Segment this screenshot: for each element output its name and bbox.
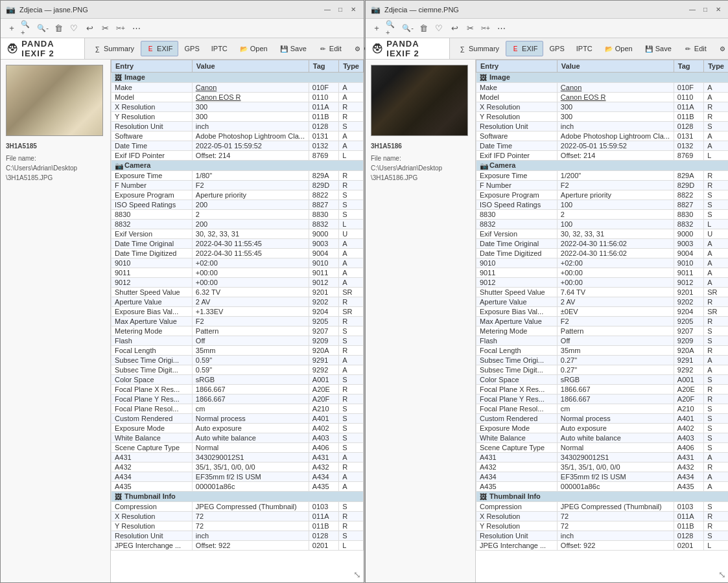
tag-cell: 0110	[674, 93, 703, 102]
tab-summary-light[interactable]: ∑ Summary	[88, 41, 139, 56]
type-cell: R	[339, 346, 364, 356]
type-cell: R	[704, 171, 728, 181]
tag-cell: 011B	[309, 112, 338, 122]
tag-cell: A434	[309, 472, 338, 482]
more-button-light[interactable]: ⋯	[129, 21, 143, 36]
rotate-button-light[interactable]: ↩	[82, 21, 97, 36]
crop-more-button-light[interactable]: ✂+	[113, 21, 128, 36]
table-row: Scene Capture TypeNormalA406S	[476, 443, 729, 453]
tag-cell: 9011	[674, 268, 703, 278]
tab-gps-dark[interactable]: GPS	[545, 41, 570, 56]
crop-button-dark[interactable]: ✂	[463, 21, 477, 36]
crop-more-button-dark[interactable]: ✂+	[478, 21, 493, 36]
table-row: Focal Length35mm920AR	[476, 346, 729, 356]
tag-cell: 8832	[309, 220, 338, 229]
rotate-button-dark[interactable]: ↩	[447, 21, 462, 36]
minimize-button-light[interactable]: —	[322, 5, 333, 15]
value-cell: 000001a86c	[557, 482, 674, 492]
type-cell: R	[339, 521, 364, 531]
table-row: Date Time Digitized2022-04-30 11:55:4590…	[112, 249, 364, 258]
tag-cell: A20E	[309, 385, 338, 394]
tag-cell: 011A	[674, 512, 703, 521]
heart-button-light[interactable]: ♡	[67, 21, 81, 36]
value-cell: Adobe Photoshop Lightroom Cla...	[557, 131, 674, 141]
tab-exif-dark[interactable]: E EXIF	[506, 41, 543, 56]
tab-edit-dark[interactable]: ✏ Edit	[678, 41, 712, 56]
type-cell: R	[339, 394, 364, 404]
value-cell: 2 AV	[192, 297, 309, 307]
table-row: Exposure ProgramAperture priority8822S	[112, 190, 364, 200]
tab-save-dark[interactable]: 💾 Save	[639, 41, 677, 56]
type-cell: S	[704, 200, 728, 210]
value-cell[interactable]: Canon	[192, 83, 309, 93]
section-icon: 🖼	[480, 493, 487, 501]
tab-open-light[interactable]: 📂 Open	[234, 41, 273, 56]
type-cell: S	[339, 443, 364, 453]
add-button-light[interactable]: +	[5, 21, 19, 36]
value-cell[interactable]: Canon	[557, 83, 674, 93]
value-cell: Off	[192, 336, 309, 346]
tag-cell: 011B	[674, 521, 703, 531]
tag-cell: 9010	[674, 258, 703, 268]
tag-cell: 9291	[674, 356, 703, 365]
tab-open-dark[interactable]: 📂 Open	[599, 41, 638, 56]
delete-button-dark[interactable]: 🗑	[416, 21, 430, 36]
table-row: A4313430290012S1A431A	[112, 453, 364, 463]
add-button-dark[interactable]: +	[370, 21, 384, 36]
tag-cell: 9204	[309, 307, 338, 317]
tab-summary-dark[interactable]: ∑ Summary	[452, 41, 504, 56]
tab-iptc-dark[interactable]: IPTC	[571, 41, 598, 56]
resize-handle-dark[interactable]: ⤡	[718, 569, 726, 580]
zoom-in-button-light[interactable]: 🔍+	[20, 21, 34, 36]
entry-cell: Exif Version	[112, 229, 193, 239]
minimize-button-dark[interactable]: —	[687, 5, 698, 15]
entry-cell: A432	[112, 463, 193, 472]
heart-button-dark[interactable]: ♡	[432, 21, 446, 36]
tag-cell: 010F	[674, 83, 703, 93]
zoom-out-button-dark[interactable]: 🔍-	[401, 21, 415, 36]
delete-button-light[interactable]: 🗑	[51, 21, 65, 36]
tag-cell: A402	[309, 424, 338, 433]
exif-table-panel-light[interactable]: Entry Value Tag Type 🖼ImageMakeCanon010F…	[111, 60, 364, 582]
tab-options-dark[interactable]: ⚙ Options	[713, 41, 728, 56]
title-bar-controls-dark: — □ ✕	[687, 5, 723, 15]
crop-button-light[interactable]: ✂	[98, 21, 112, 36]
value-cell[interactable]: Canon EOS R	[557, 93, 674, 102]
table-row: A43235/1, 35/1, 0/0, 0/0A432R	[476, 463, 729, 472]
tab-edit-light[interactable]: ✏ Edit	[313, 41, 347, 56]
tab-gps-light[interactable]: GPS	[180, 41, 205, 56]
maximize-button-dark[interactable]: □	[700, 5, 710, 15]
type-cell: A	[704, 482, 728, 492]
close-button-dark[interactable]: ✕	[713, 5, 723, 15]
entry-cell: White Balance	[476, 433, 558, 443]
tab-save-light[interactable]: 💾 Save	[274, 41, 312, 56]
file-info-light: 3H1A5185 File name:C:\Users\Adrian\Deskt…	[6, 141, 105, 183]
entry-cell: Model	[112, 93, 193, 102]
table-row: Color SpacesRGBA001S	[112, 375, 364, 385]
table-row: Max Aperture ValueF29205R	[112, 317, 364, 326]
entry-cell: Subsec Time Origi...	[112, 356, 193, 365]
close-button-light[interactable]: ✕	[348, 5, 358, 15]
entry-cell: Subsec Time Origi...	[476, 356, 558, 365]
tag-cell: A210	[674, 404, 703, 414]
maximize-button-light[interactable]: □	[335, 5, 346, 15]
exif-table-panel-dark[interactable]: Entry Value Tag Type 🖼ImageMakeCanon010F…	[476, 60, 728, 582]
zoom-in-button-dark[interactable]: 🔍+	[385, 21, 399, 36]
value-cell: 7.64 TV	[557, 288, 674, 297]
table-row: Y Resolution72011BR	[476, 521, 729, 531]
resize-handle-light[interactable]: ⤡	[353, 569, 361, 580]
table-row: 883028830S	[112, 210, 364, 220]
value-cell[interactable]: Canon EOS R	[192, 93, 309, 102]
type-cell: A	[704, 239, 728, 249]
tab-exif-light[interactable]: E EXIF	[141, 41, 178, 56]
entry-cell: ISO Speed Ratings	[112, 200, 193, 210]
tag-cell: 9207	[674, 326, 703, 336]
zoom-out-button-light[interactable]: 🔍-	[36, 21, 50, 36]
value-cell: 1866.667	[192, 385, 309, 394]
save-icon-dark: 💾	[644, 44, 653, 53]
table-row: Y Resolution300011BR	[112, 112, 364, 122]
value-cell: Normal process	[192, 414, 309, 424]
more-button-dark[interactable]: ⋯	[494, 21, 508, 36]
tab-iptc-light[interactable]: IPTC	[206, 41, 233, 56]
section-icon: 📷	[480, 162, 487, 170]
